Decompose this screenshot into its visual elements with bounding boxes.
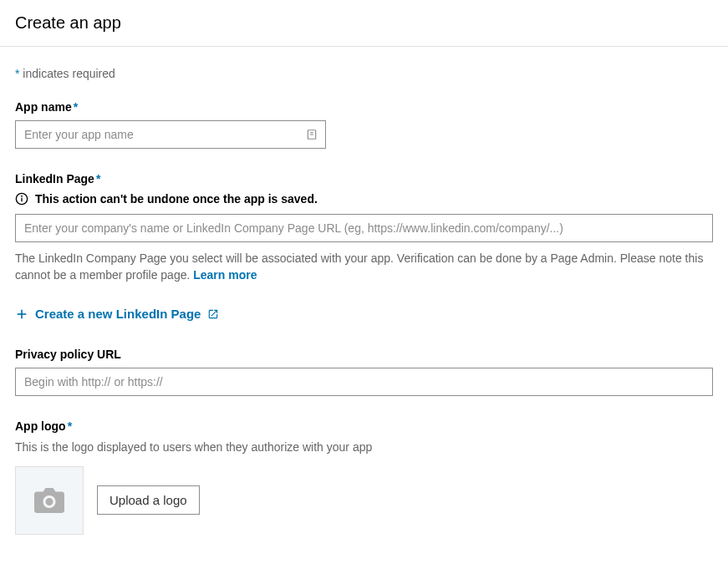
app-name-input[interactable]: [15, 120, 326, 149]
required-text: indicates required: [19, 67, 115, 80]
privacy-policy-label: Privacy policy URL: [15, 348, 713, 361]
plus-icon: [15, 307, 28, 321]
linkedin-page-field-group: LinkedIn Page* This action can't be undo…: [15, 172, 713, 324]
privacy-policy-input[interactable]: [15, 368, 713, 396]
linkedin-page-label: LinkedIn Page*: [15, 172, 713, 185]
external-link-icon: [207, 308, 219, 320]
create-linkedin-page-link[interactable]: Create a new LinkedIn Page: [15, 307, 219, 321]
required-asterisk: *: [96, 172, 100, 185]
app-name-field-group: App name*: [15, 100, 713, 149]
linkedin-page-help-text: The LinkedIn Company Page you select wil…: [15, 251, 713, 283]
app-logo-description: This is the logo displayed to users when…: [15, 439, 713, 456]
form-content: * indicates required App name* LinkedIn …: [0, 47, 728, 574]
app-name-input-wrapper: [15, 120, 326, 149]
camera-icon: [34, 488, 64, 513]
required-indicator-note: * indicates required: [15, 67, 713, 80]
app-name-label: App name*: [15, 100, 713, 114]
learn-more-link[interactable]: Learn more: [193, 268, 257, 282]
svg-point-5: [22, 196, 23, 196]
info-icon: [15, 192, 28, 206]
app-logo-label: App logo*: [15, 419, 713, 433]
page-header: Create an app: [0, 0, 728, 47]
required-asterisk: *: [68, 419, 72, 433]
page-title: Create an app: [15, 13, 713, 33]
upload-logo-button[interactable]: Upload a logo: [97, 485, 200, 515]
required-asterisk: *: [74, 100, 78, 114]
linkedin-page-warning-line: This action can't be undone once the app…: [15, 192, 713, 206]
app-logo-field-group: App logo* This is the logo displayed to …: [15, 419, 713, 535]
privacy-policy-field-group: Privacy policy URL: [15, 348, 713, 396]
linkedin-page-warning-text: This action can't be undone once the app…: [35, 192, 318, 206]
app-logo-upload-section: Upload a logo: [15, 466, 713, 535]
linkedin-page-input[interactable]: [15, 214, 713, 242]
logo-placeholder: [15, 466, 84, 535]
